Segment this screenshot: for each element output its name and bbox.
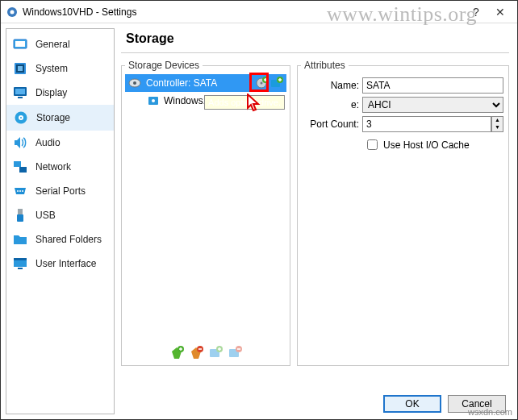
svg-rect-18 <box>18 209 23 214</box>
sidebar-item-serial-ports[interactable]: Serial Ports <box>6 179 114 203</box>
page-title: Storage <box>126 31 509 46</box>
sidebar-label: General <box>36 39 70 50</box>
ok-button[interactable]: OK <box>383 395 441 413</box>
vhd-icon <box>148 95 159 106</box>
controller-row[interactable]: Controller: SATA Adds optical drive. <box>125 74 286 92</box>
sidebar-label: USB <box>36 210 56 221</box>
type-select[interactable]: AHCI <box>362 97 503 113</box>
attributes-group: Attributes Name: e: AHCI Port Count: <box>297 60 509 366</box>
serial-ports-icon <box>13 184 27 198</box>
storage-icon <box>14 110 28 125</box>
general-icon <box>13 37 27 52</box>
sidebar-label: Serial Ports <box>36 185 86 197</box>
settings-icon <box>6 6 19 19</box>
type-label: e: <box>303 99 359 110</box>
sidebar-item-storage[interactable]: Storage <box>6 105 114 131</box>
svg-point-1 <box>10 10 15 14</box>
svg-point-31 <box>152 99 155 102</box>
svg-rect-22 <box>18 268 23 269</box>
display-icon <box>13 85 27 100</box>
remove-controller-icon[interactable] <box>189 346 203 360</box>
svg-rect-6 <box>18 66 23 71</box>
audio-icon <box>13 135 27 150</box>
svg-point-24 <box>133 81 136 85</box>
svg-point-26 <box>261 82 263 85</box>
controller-label: Controller: SATA <box>146 77 217 89</box>
sidebar-item-user-interface[interactable]: User Interface <box>6 252 114 276</box>
storage-devices-group: Storage Devices Controller: SATA Adds o <box>121 60 290 366</box>
portcount-spinner[interactable]: ▲▼ <box>491 116 503 132</box>
svg-rect-8 <box>15 89 25 94</box>
storage-devices-legend: Storage Devices <box>125 60 203 71</box>
add-controller-icon[interactable] <box>169 346 184 360</box>
sidebar-item-system[interactable]: System <box>6 56 114 81</box>
svg-rect-19 <box>17 214 23 222</box>
svg-point-16 <box>19 190 21 192</box>
svg-rect-21 <box>14 258 27 260</box>
svg-rect-14 <box>19 167 27 173</box>
svg-point-17 <box>22 190 23 192</box>
svg-rect-9 <box>18 97 23 98</box>
svg-point-12 <box>20 117 22 119</box>
settings-sidebar: General System Display Storage Audio Net… <box>6 28 115 414</box>
add-hard-disk-icon[interactable] <box>270 77 283 89</box>
close-button[interactable]: ✕ <box>488 6 512 19</box>
sidebar-item-network[interactable]: Network <box>6 155 114 179</box>
shared-folders-icon <box>13 232 27 247</box>
sidebar-item-audio[interactable]: Audio <box>6 131 114 155</box>
sata-controller-icon <box>128 77 141 89</box>
usb-icon <box>13 208 27 222</box>
sidebar-label: System <box>36 63 68 74</box>
window-title: Windows10VHD - Settings <box>23 6 464 18</box>
sidebar-label: Shared Folders <box>36 234 102 245</box>
network-icon <box>13 160 27 174</box>
hostio-label: Use Host I/O Cache <box>383 139 470 151</box>
tooltip: Adds optical drive. <box>204 95 285 110</box>
user-interface-icon <box>13 256 27 271</box>
portcount-label: Port Count: <box>303 119 359 130</box>
sidebar-item-display[interactable]: Display <box>6 81 114 105</box>
sidebar-label: Network <box>36 161 71 173</box>
sidebar-label: Storage <box>36 112 70 123</box>
svg-point-15 <box>17 190 19 192</box>
hostio-checkbox[interactable] <box>367 139 378 150</box>
sidebar-item-usb[interactable]: USB <box>6 203 114 227</box>
sidebar-item-shared-folders[interactable]: Shared Folders <box>6 227 114 252</box>
cancel-button[interactable]: Cancel <box>448 395 506 413</box>
sidebar-label: User Interface <box>36 258 96 269</box>
name-input[interactable] <box>362 77 503 94</box>
portcount-input[interactable] <box>362 116 491 132</box>
add-optical-drive-icon[interactable] <box>256 77 269 89</box>
help-button[interactable]: ? <box>464 6 488 19</box>
sidebar-label: Audio <box>36 137 61 148</box>
storage-tree[interactable]: Controller: SATA Adds optical drive. <box>125 74 286 343</box>
name-label: Name: <box>303 80 359 91</box>
remove-attachment-icon <box>228 346 242 360</box>
separator <box>121 52 509 53</box>
sidebar-item-general[interactable]: General <box>6 32 114 56</box>
sidebar-label: Display <box>36 87 67 98</box>
system-icon <box>13 61 27 76</box>
add-attachment-icon <box>208 346 223 360</box>
svg-rect-3 <box>15 41 25 47</box>
attributes-legend: Attributes <box>301 60 349 71</box>
svg-rect-13 <box>14 161 21 167</box>
